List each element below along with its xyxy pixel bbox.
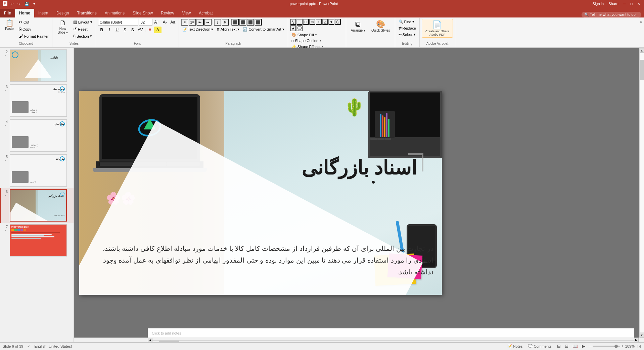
reset-button[interactable]: ↺Reset [72, 26, 94, 32]
create-share-pdf-button[interactable]: 📄 Create and ShareAdobe PDF [422, 19, 453, 38]
shape-star[interactable]: ★ [290, 25, 296, 31]
collapse-ribbon-button[interactable]: ▲ [639, 20, 643, 23]
strikethrough-button[interactable]: S [121, 27, 129, 33]
scroll-left-button[interactable]: ◀ [148, 338, 152, 343]
increase-font-button[interactable]: A+ [153, 19, 160, 26]
slide-thumb-3[interactable]: 3 * خدمات حمل ارسال کالا ۱- شرکت ۲- نشان… [0, 83, 74, 118]
right-align-button[interactable]: ⬛ [247, 19, 254, 26]
tab-insert[interactable]: Insert [34, 9, 52, 17]
scroll-down-button[interactable]: ▼ [640, 333, 644, 338]
bold-button[interactable]: B [98, 27, 105, 33]
slide-thumb-7[interactable]: 7 * INCOTERMS 2020 [0, 223, 74, 258]
scroll-up-button[interactable]: ▲ [640, 48, 644, 53]
close-btn[interactable]: ✕ [636, 1, 641, 6]
shape-rounded-rect[interactable]: ▭ [309, 19, 315, 25]
justify-button[interactable]: ⬛ [255, 19, 262, 26]
tab-file[interactable]: File [0, 9, 15, 17]
reading-view-button[interactable]: 📖 [571, 343, 579, 349]
shape-oval[interactable]: ○ [316, 19, 322, 25]
char-spacing-button[interactable]: AV [137, 27, 144, 33]
copy-button[interactable]: ⎘Copy [17, 26, 50, 32]
shadow-button[interactable]: S [129, 27, 136, 33]
tab-design[interactable]: Design [52, 9, 73, 17]
layout-button[interactable]: ▤Layout ▾ [72, 19, 94, 25]
sign-in-btn[interactable]: Sign in [592, 1, 605, 6]
tell-me-input[interactable]: 🔍 Tell me what you want to do... [582, 12, 641, 17]
zoom-slider[interactable] [593, 346, 620, 347]
scroll-track[interactable] [640, 53, 644, 333]
italic-button[interactable]: I [106, 27, 113, 33]
tab-animations[interactable]: Animations [101, 9, 129, 17]
quick-access-redo[interactable]: ↪ [16, 1, 21, 6]
section-button[interactable]: §Section ▾ [72, 33, 94, 39]
shape-line[interactable]: ╲ [290, 19, 296, 25]
fit-to-window-button[interactable]: ⊡ [637, 344, 641, 349]
slide-canvas[interactable]: 🌸🌸 🌵 [79, 91, 442, 295]
quick-access-save[interactable]: 💾 [24, 1, 30, 6]
font-name-input[interactable] [98, 19, 138, 26]
slide-thumb-2[interactable]: 2 * داوامی [0, 48, 74, 83]
zoom-in-button[interactable]: + [621, 344, 624, 349]
slide-sorter-button[interactable]: ⊟ [563, 343, 570, 349]
numbering-button[interactable]: 1≡ [189, 19, 196, 26]
bullets-button[interactable]: ≡ [181, 19, 188, 26]
decrease-indent-button[interactable]: ⇤ [196, 19, 204, 26]
tab-view[interactable]: View [178, 9, 195, 17]
shape-rect[interactable]: □ [303, 19, 309, 25]
arrange-button[interactable]: ⧉ Arrange ▾ [348, 19, 368, 33]
line-spacing-button[interactable]: ↕ [214, 19, 221, 26]
minimize-btn[interactable]: ─ [622, 1, 627, 6]
increase-indent-button[interactable]: ⇥ [204, 19, 212, 26]
paste-button[interactable]: 📋 Paste [2, 19, 17, 31]
scroll-thumb[interactable] [640, 60, 644, 80]
text-highlight-button[interactable]: A [154, 27, 162, 33]
quick-access-undo[interactable]: ↩ [9, 1, 14, 6]
tab-acrobat[interactable]: Acrobat [195, 9, 217, 17]
center-align-button[interactable]: ⬛ [239, 19, 246, 26]
slideshow-button[interactable]: ▶ [581, 343, 587, 349]
font-size-input[interactable] [139, 19, 152, 26]
shape-outline-button[interactable]: □ Shape Outline ▾ [290, 38, 324, 43]
left-align-button[interactable]: ⬛ [231, 19, 239, 26]
underline-button[interactable]: U [113, 27, 121, 33]
quick-styles-button[interactable]: 🎨 Quick Styles [369, 19, 393, 33]
slide-thumb-6[interactable]: 6 * اسناد بازرگانی در تجارت بین المللی [0, 188, 74, 223]
zoom-level[interactable]: 109% [625, 344, 635, 348]
scroll-right-button[interactable]: ▶ [634, 338, 639, 343]
language-indicator[interactable]: English (United States) [34, 344, 72, 348]
shape-pentagon[interactable]: ⬠ [335, 19, 341, 25]
font-color-button[interactable]: A [146, 27, 154, 33]
new-slide-button[interactable]: 🗋 NewSlide ▾ [54, 19, 71, 35]
right-scrollbar[interactable]: ▲ ▼ [639, 48, 644, 338]
tab-transitions[interactable]: Transitions [73, 9, 100, 17]
replace-button[interactable]: ⇄ Replace [397, 25, 417, 31]
notes-button[interactable]: 📝Notes [506, 344, 524, 349]
slide-thumb-5[interactable]: 5 * حمل و نقل ۴- کاربرد [0, 153, 74, 188]
select-button[interactable]: ⊹ Select ▾ [397, 32, 417, 37]
slide-thumb-4[interactable]: 4 * اسناد تجاری ۲- شرکت ۳- خدمات [0, 118, 74, 153]
text-direction-button[interactable]: 📝 Text Direction ▾ [181, 27, 215, 32]
tab-slide-show[interactable]: Slide Show [129, 9, 157, 17]
shape-fill-button[interactable]: 🎨 Shape Fill ▾ [290, 32, 324, 38]
shape-arrow[interactable]: → [296, 19, 303, 25]
notes-area[interactable]: Click to add notes [148, 328, 634, 338]
find-button[interactable]: 🔍 Find ▾ [397, 19, 417, 25]
restore-btn[interactable]: □ [629, 1, 634, 6]
columns-button[interactable]: ⫸ [222, 19, 229, 26]
cut-button[interactable]: ✂Cut [17, 19, 50, 25]
align-text-button[interactable]: ⇈ Align Text ▾ [215, 27, 241, 32]
decrease-font-button[interactable]: A- [161, 19, 169, 26]
normal-view-button[interactable]: ⊞ [556, 343, 562, 349]
comments-button[interactable]: 💬Comments [526, 344, 553, 349]
convert-smartart-button[interactable]: 🔄 Convert to SmartArt ▾ [241, 27, 285, 32]
zoom-out-button[interactable]: − [589, 344, 592, 349]
tab-review[interactable]: Review [157, 9, 178, 17]
format-painter-button[interactable]: 🖌Format Painter [17, 33, 50, 39]
share-btn[interactable]: Share [607, 1, 619, 6]
shape-more[interactable]: ▾ [328, 19, 334, 25]
clear-format-button[interactable]: Aa [169, 19, 177, 26]
shape-callout[interactable]: 💬 [296, 25, 303, 31]
tab-home[interactable]: Home [15, 9, 34, 17]
shape-triangle[interactable]: △ [322, 19, 328, 25]
quick-access-customize[interactable]: ▾ [32, 1, 36, 6]
